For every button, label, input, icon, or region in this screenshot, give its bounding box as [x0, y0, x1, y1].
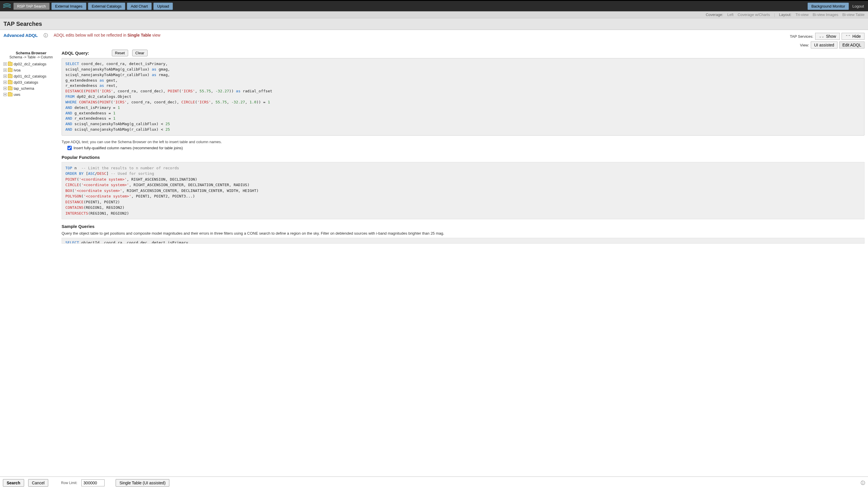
tap-show-button[interactable]: ⌄⌄Show	[815, 33, 840, 40]
single-table-button[interactable]: Single Table (UI assisted)	[116, 479, 169, 487]
sample-query-description: Query the object table to get positions …	[62, 231, 865, 235]
cancel-button[interactable]: Cancel	[28, 479, 49, 487]
insert-fq-names-checkbox[interactable]	[67, 146, 72, 150]
tap-hide-label: Hide	[852, 34, 861, 39]
help-corner-icon[interactable]: ⓘ	[861, 480, 865, 486]
schema-item-dp01[interactable]: +dp01_dc2_catalogs	[3, 73, 59, 79]
folder-icon	[8, 80, 12, 84]
edit-warning-suffix: view	[151, 33, 160, 37]
folder-icon	[8, 87, 12, 90]
search-button[interactable]: Search	[3, 479, 24, 487]
top-menu-bar: RSP TAP Search External Images External …	[0, 0, 868, 11]
schema-label: ivoa	[14, 68, 21, 72]
tap-show-label: Show	[826, 34, 836, 39]
schema-item-tapschema[interactable]: +tap_schema	[3, 85, 59, 92]
service-controls: TAP Services: ⌄⌄Show ⌃⌃Hide View: UI ass…	[790, 33, 865, 48]
schema-browser-sidebar: Schema Browser Schema -> Table -> Column…	[3, 50, 59, 477]
chevron-down-double-icon: ⌄⌄	[819, 35, 824, 38]
background-monitor-button[interactable]: Background Monitor	[808, 3, 849, 10]
edit-warning-prefix: ADQL edits below will not be reflected i…	[54, 33, 127, 37]
expand-icon[interactable]: +	[3, 93, 7, 96]
schema-label: dp01_dc2_catalogs	[14, 74, 46, 78]
page-title: TAP Searches	[0, 18, 868, 30]
logout-link[interactable]: Logout	[850, 4, 866, 8]
edit-warning-bold: Single Table	[127, 33, 151, 37]
schema-label: dp02_dc2_catalogs	[14, 62, 46, 66]
coverage-left-option[interactable]: Left	[727, 12, 734, 17]
nav-external-catalogs[interactable]: External Catalogs	[88, 3, 125, 10]
reset-button[interactable]: Reset	[112, 50, 128, 56]
chevron-up-double-icon: ⌃⌃	[845, 35, 850, 38]
nav-add-chart[interactable]: Add Chart	[127, 3, 152, 10]
schema-item-uws[interactable]: +uws	[3, 92, 59, 98]
schema-label: dp03_catalogs	[14, 80, 38, 85]
nav-rsp-tap-search[interactable]: RSP TAP Search	[13, 3, 50, 10]
secondary-options-bar: Coverage: Left Coverage w/Charts | Layou…	[0, 11, 868, 18]
expand-icon[interactable]: +	[3, 68, 7, 72]
schema-label: tap_schema	[14, 86, 34, 91]
schema-item-ivoa[interactable]: +ivoa	[3, 67, 59, 73]
coverage-label: Coverage:	[706, 12, 723, 17]
bottom-action-bar: Search Cancel Row Limit: Single Table (U…	[0, 477, 868, 489]
adql-header-row: Advanced ADQL ⓘ ADQL edits below will no…	[0, 30, 868, 50]
popular-functions-title: Popular Functions	[62, 155, 865, 160]
expand-icon[interactable]: +	[3, 62, 7, 66]
popular-functions-box: TOP n -- Limit the results to n number o…	[62, 162, 865, 220]
sample-query-code: SELECT objectId, coord_ra, coord_dec, de…	[62, 238, 865, 243]
expand-icon[interactable]: +	[3, 75, 7, 78]
advanced-adql-link[interactable]: Advanced ADQL	[3, 33, 38, 38]
folder-icon	[8, 74, 12, 78]
coverage-charts-option[interactable]: Coverage w/Charts	[738, 12, 770, 17]
expand-icon[interactable]: +	[3, 87, 7, 90]
edit-warning: ADQL edits below will not be reflected i…	[54, 33, 160, 37]
view-ui-assisted-button[interactable]: UI assisted	[811, 41, 837, 48]
app-logo-icon	[2, 2, 11, 10]
view-edit-adql-button[interactable]: Edit ADQL	[839, 41, 865, 48]
nav-external-images[interactable]: External Images	[52, 3, 86, 10]
insert-fq-names-label: Insert fully-qualified column names (rec…	[73, 146, 183, 150]
adql-query-title: ADQL Query:	[62, 51, 89, 56]
schema-browser-title: Schema Browser	[3, 51, 59, 55]
clear-button[interactable]: Clear	[132, 50, 148, 56]
layout-triview-option[interactable]: Tri-view	[795, 12, 808, 17]
main-content: ADQL Query: Reset Clear SELECT coord_dec…	[59, 50, 865, 477]
layout-label: Layout:	[779, 12, 792, 17]
folder-icon	[8, 62, 12, 66]
tap-services-label: TAP Services:	[790, 34, 813, 39]
expand-icon[interactable]: +	[3, 81, 7, 84]
schema-item-dp03[interactable]: +dp03_catalogs	[3, 79, 59, 85]
layout-biview-images-option[interactable]: Bi-view Images	[813, 12, 838, 17]
folder-icon	[8, 93, 12, 96]
sample-queries-title: Sample Queries	[62, 224, 865, 229]
row-limit-input[interactable]	[81, 480, 104, 486]
view-label: View:	[800, 43, 809, 47]
insert-fq-names-row[interactable]: Insert fully-qualified column names (rec…	[67, 146, 865, 150]
row-limit-label: Row Limit:	[61, 481, 77, 485]
adql-hint-text: Type ADQL text; you can use the Schema B…	[62, 140, 865, 144]
schema-label: uws	[14, 92, 20, 97]
schema-item-dp02[interactable]: +dp02_dc2_catalogs	[3, 61, 59, 67]
folder-icon	[8, 68, 12, 72]
help-icon[interactable]: ⓘ	[43, 33, 48, 38]
nav-upload[interactable]: Upload	[153, 3, 173, 10]
schema-browser-subtitle: Schema -> Table -> Column	[3, 55, 59, 59]
layout-biview-table-option[interactable]: Bi-view Table	[842, 12, 865, 17]
tap-hide-button[interactable]: ⌃⌃Hide	[842, 33, 865, 40]
adql-query-editor[interactable]: SELECT coord_dec, coord_ra, detect_isPri…	[62, 58, 865, 136]
